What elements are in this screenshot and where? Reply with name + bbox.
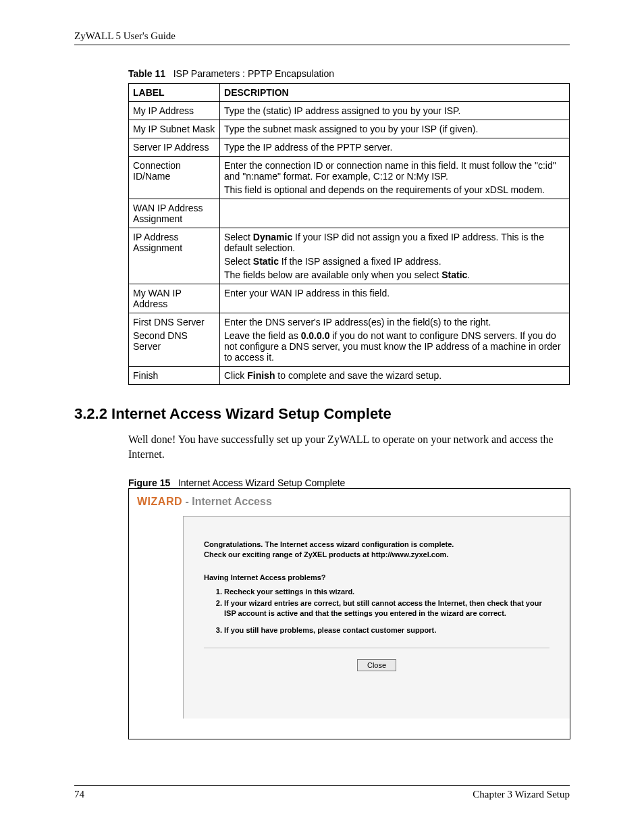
running-header: ZyWALL 5 User's Guide: [74, 30, 570, 45]
isp-parameters-table: LABEL DESCRIPTION My IP Address Type the…: [128, 83, 570, 385]
wizard-steps-list: Recheck your settings in this wizard. If…: [224, 587, 549, 635]
table-row: WAN IP Address Assignment: [129, 199, 570, 228]
table-row: IP Address Assignment Select Dynamic If …: [129, 228, 570, 284]
chapter-label: Chapter 3 Wizard Setup: [473, 789, 570, 800]
col-label: LABEL: [129, 84, 220, 102]
col-description: DESCRIPTION: [220, 84, 570, 102]
table-caption: Table 11 ISP Parameters : PPTP Encapsula…: [128, 68, 570, 79]
row-desc: [220, 199, 570, 228]
wizard-step-2: If your wizard entries are correct, but …: [224, 598, 549, 619]
wizard-line-1: Congratulations. The Internet access wiz…: [204, 540, 549, 548]
figure-caption: Figure 15 Internet Access Wizard Setup C…: [128, 477, 570, 488]
row-label: Finish: [129, 367, 220, 385]
wizard-title-a: WIZARD: [137, 496, 182, 507]
row-desc: Type the IP address of the PPTP server.: [220, 138, 570, 157]
table-number: Table 11: [128, 68, 165, 79]
close-button[interactable]: Close: [357, 659, 396, 671]
figure-number: Figure 15: [128, 477, 170, 488]
row-desc: Enter the connection ID or connection na…: [220, 157, 570, 199]
row-desc: Select Dynamic If your ISP did not assig…: [220, 228, 570, 284]
wizard-question: Having Internet Access problems?: [204, 573, 549, 581]
wizard-divider: [204, 648, 549, 648]
row-label: My IP Subnet Mask: [129, 120, 220, 138]
table-row: Finish Click Finish to complete and save…: [129, 367, 570, 385]
row-label: Connection ID/Name: [129, 157, 220, 199]
row-desc: Enter your WAN IP address in this field.: [220, 284, 570, 313]
wizard-step-3: If you still have problems, please conta…: [224, 625, 549, 635]
wizard-line-2: Check our exciting range of ZyXEL produc…: [204, 550, 549, 558]
row-label: WAN IP Address Assignment: [129, 199, 220, 228]
row-label: IP Address Assignment: [129, 228, 220, 284]
section-body: Well done! You have successfully set up …: [128, 432, 570, 461]
table-header-row: LABEL DESCRIPTION: [129, 84, 570, 102]
table-row: My WAN IP Address Enter your WAN IP addr…: [129, 284, 570, 313]
wizard-panel: Congratulations. The Internet access wiz…: [183, 516, 570, 719]
row-label: My WAN IP Address: [129, 284, 220, 313]
row-desc: Type the subnet mask assigned to you by …: [220, 120, 570, 138]
wizard-title-bar: WIZARD - Internet Access: [129, 489, 570, 516]
row-desc: Enter the DNS server's IP address(es) in…: [220, 313, 570, 367]
row-desc: Click Finish to complete and save the wi…: [220, 367, 570, 385]
table-row: First DNS Server Second DNS Server Enter…: [129, 313, 570, 367]
row-desc: Type the (static) IP address assigned to…: [220, 102, 570, 120]
wizard-step-1: Recheck your settings in this wizard.: [224, 587, 549, 597]
figure-caption-text: Internet Access Wizard Setup Complete: [178, 477, 345, 488]
row-label: First DNS Server Second DNS Server: [129, 313, 220, 367]
page-footer: 74 Chapter 3 Wizard Setup: [74, 785, 570, 800]
row-label: My IP Address: [129, 102, 220, 120]
page-number: 74: [74, 789, 84, 800]
table-caption-text: ISP Parameters : PPTP Encapsulation: [173, 68, 334, 79]
row-label: Server IP Address: [129, 138, 220, 157]
table-row: Connection ID/Name Enter the connection …: [129, 157, 570, 199]
table-row: My IP Address Type the (static) IP addre…: [129, 102, 570, 120]
table-row: My IP Subnet Mask Type the subnet mask a…: [129, 120, 570, 138]
section-heading: 3.2.2 Internet Access Wizard Setup Compl…: [74, 405, 570, 423]
wizard-title-b: - Internet Access: [182, 496, 272, 507]
table-row: Server IP Address Type the IP address of…: [129, 138, 570, 157]
wizard-window: WIZARD - Internet Access Congratulations…: [128, 488, 570, 739]
